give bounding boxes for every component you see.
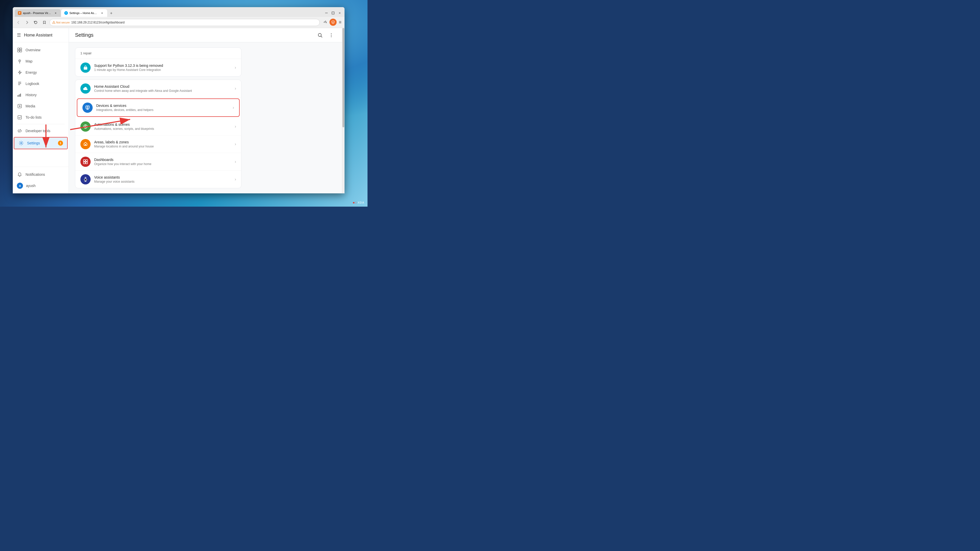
- repair-item-icon: [80, 62, 91, 73]
- todo-label: To-do lists: [25, 115, 65, 119]
- energy-label: Energy: [25, 70, 65, 75]
- automations-icon: [80, 121, 91, 132]
- svg-rect-4: [20, 48, 22, 50]
- dashboards-title: Dashboards: [94, 158, 231, 162]
- repair-item-chevron: ›: [235, 65, 236, 70]
- repair-item-text: Support for Python 3.12.3 is being remov…: [94, 64, 231, 72]
- developer-tools-icon: [17, 128, 22, 134]
- brave-shield-button[interactable]: [329, 19, 337, 26]
- close-button[interactable]: ×: [337, 10, 342, 16]
- tab-proxmox-title: ayush - Proxmox Virtual Environme: [23, 11, 52, 14]
- areas-subtitle: Manage locations in and around your hous…: [94, 144, 231, 148]
- scrollbar[interactable]: [342, 28, 345, 193]
- settings-item-areas[interactable]: Areas, labels & zones Manage locations i…: [75, 135, 241, 153]
- repair-card: 1 repair Support for Python 3.12.3 is be…: [75, 48, 242, 76]
- main-actions: [315, 30, 336, 40]
- automations-text: Automations & scenes Automations, scenes…: [94, 122, 231, 130]
- settings-item-dashboards[interactable]: Dashboards Organize how you interact wit…: [75, 153, 241, 171]
- sidebar-item-user[interactable]: a ayush: [13, 180, 68, 191]
- dashboards-chevron: ›: [235, 159, 236, 164]
- main-content: Settings 1 repair: [69, 28, 342, 193]
- dashboards-text: Dashboards Organize how you interact wit…: [94, 158, 231, 166]
- map-label: Map: [25, 59, 65, 63]
- svg-point-25: [85, 126, 86, 127]
- browser-menu-button[interactable]: ≡: [338, 19, 342, 26]
- nav-separator: [17, 124, 65, 124]
- svg-point-8: [19, 60, 20, 61]
- user-name: ayush: [26, 184, 65, 188]
- sidebar-item-energy[interactable]: Energy: [13, 67, 68, 78]
- settings-main-card: Home Assistant Cloud Control home when a…: [75, 79, 242, 188]
- hamburger-button[interactable]: ☰: [17, 32, 21, 38]
- automations-subtitle: Automations, scenes, scripts, and bluepr…: [94, 127, 231, 130]
- repair-item-subtitle: 1 minute ago by Home Assistant Core Inte…: [94, 68, 231, 72]
- svg-rect-5: [18, 50, 19, 52]
- areas-text: Areas, labels & zones Manage locations i…: [94, 140, 231, 148]
- sidebar-item-logbook[interactable]: Logbook: [13, 78, 68, 89]
- sidebar-item-overview[interactable]: Overview: [13, 44, 68, 56]
- sidebar-item-notifications[interactable]: Notifications: [13, 169, 68, 180]
- devices-text: Devices & services Integrations, devices…: [96, 103, 229, 112]
- sidebar-item-todo[interactable]: To-do lists: [13, 112, 68, 123]
- svg-rect-27: [83, 160, 85, 162]
- svg-rect-9: [18, 82, 21, 83]
- svg-rect-28: [86, 160, 88, 162]
- back-button[interactable]: [15, 19, 22, 26]
- settings-item-voice[interactable]: Voice assistants Manage your voice assis…: [75, 171, 241, 188]
- search-button[interactable]: [315, 30, 325, 40]
- energy-icon: [17, 70, 22, 75]
- forward-button[interactable]: [24, 19, 30, 26]
- ha-cloud-title: Home Assistant Cloud: [94, 84, 231, 89]
- address-input[interactable]: ! Not secure 192.168.29.212:8123/config/…: [49, 19, 320, 26]
- voice-icon: [80, 174, 91, 184]
- ha-cloud-chevron: ›: [235, 86, 236, 91]
- settings-item-automations[interactable]: Automations & scenes Automations, scenes…: [75, 118, 241, 135]
- sidebar-nav: Overview Map Energy: [13, 42, 68, 167]
- browser-actions: ≡: [321, 19, 342, 26]
- ha-cloud-subtitle: Control home when away and integrate wit…: [94, 89, 231, 93]
- voice-chevron: ›: [235, 177, 236, 182]
- security-warning: ! Not secure: [52, 21, 70, 24]
- overview-label: Overview: [25, 48, 65, 52]
- history-label: History: [25, 93, 65, 97]
- sidebar-item-history[interactable]: History: [13, 89, 68, 100]
- maximize-button[interactable]: [330, 10, 336, 16]
- ha-cloud-icon: [80, 83, 91, 94]
- devices-title: Devices & services: [96, 103, 229, 108]
- automations-chevron: ›: [235, 124, 236, 129]
- repair-item-title: Support for Python 3.12.3 is being remov…: [94, 64, 231, 68]
- automations-title: Automations & scenes: [94, 122, 231, 127]
- scrollbar-thumb[interactable]: [342, 28, 344, 127]
- settings-item-devices[interactable]: Devices & services Integrations, devices…: [77, 98, 240, 117]
- repair-card-header: 1 repair: [75, 48, 241, 59]
- svg-rect-12: [18, 95, 18, 97]
- reload-button[interactable]: [32, 19, 39, 26]
- sidebar-item-media[interactable]: Media: [13, 100, 68, 112]
- areas-chevron: ›: [235, 142, 236, 146]
- tab-proxmox[interactable]: P ayush - Proxmox Virtual Environme ×: [15, 9, 61, 17]
- url-display: 192.168.29.212:8123/config/dashboard: [71, 21, 124, 24]
- window-controls: ×: [324, 10, 342, 17]
- history-icon: [17, 92, 22, 98]
- sidebar: ☰ Home Assistant Overview Map: [13, 28, 69, 193]
- repair-item-python[interactable]: Support for Python 3.12.3 is being remov…: [75, 59, 241, 76]
- sidebar-item-map[interactable]: Map: [13, 56, 68, 67]
- settings-item-ha-cloud[interactable]: Home Assistant Cloud Control home when a…: [75, 80, 241, 97]
- share-button[interactable]: [321, 19, 328, 26]
- devices-icon: [83, 103, 93, 113]
- tab-proxmox-close[interactable]: ×: [54, 11, 58, 15]
- tab-ha-close[interactable]: ×: [100, 11, 104, 15]
- more-button[interactable]: [327, 30, 336, 40]
- minimize-button[interactable]: [324, 10, 329, 16]
- new-tab-button[interactable]: +: [108, 10, 115, 17]
- devices-chevron: ›: [233, 105, 234, 110]
- logbook-label: Logbook: [25, 82, 65, 86]
- svg-rect-16: [18, 116, 21, 119]
- svg-rect-29: [83, 162, 85, 164]
- sidebar-item-developer-tools[interactable]: Developer tools: [13, 125, 68, 137]
- map-icon: [17, 59, 22, 64]
- bookmark-button[interactable]: [41, 19, 48, 26]
- sidebar-item-settings[interactable]: Settings 1: [14, 138, 67, 149]
- xda-watermark: ■□ XDA: [353, 201, 364, 204]
- tab-ha[interactable]: ✦ Settings – Home Assistant ×: [61, 9, 107, 17]
